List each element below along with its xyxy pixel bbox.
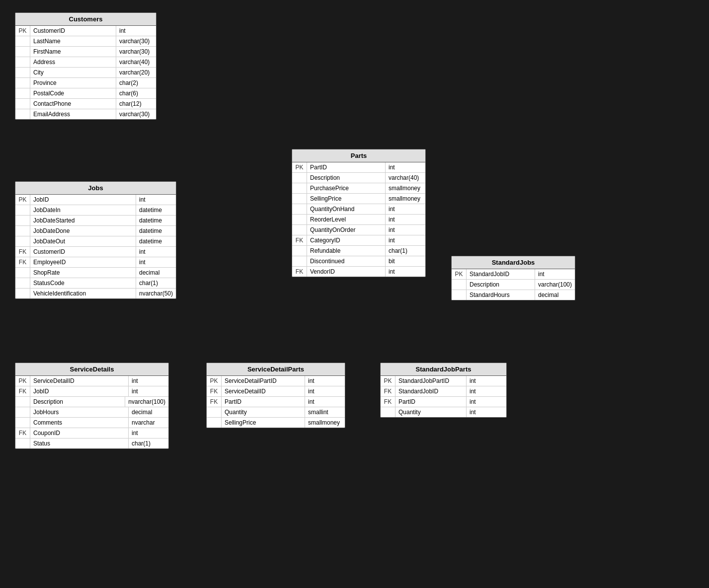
table-standardJobParts-body: PKStandardJobPartIDintFKStandardJobIDint… — [381, 376, 506, 417]
table-row: Refundablechar(1) — [292, 246, 425, 256]
table-row: FKServiceDetailIDint — [207, 386, 345, 397]
table-row: VehicleIdentificationnvarchar(50) — [15, 289, 176, 298]
cell-key: FK — [207, 397, 222, 407]
table-row: LastNamevarchar(30) — [15, 36, 156, 47]
cell-type: int — [305, 386, 345, 396]
table-row: FKStandardJobIDint — [381, 386, 506, 397]
table-row: PKCustomerIDint — [15, 26, 156, 36]
cell-type: char(6) — [116, 88, 156, 98]
cell-name: ReorderLevel — [307, 215, 386, 224]
cell-name: PartID — [395, 397, 467, 407]
cell-type: nvarchar(50) — [136, 289, 176, 298]
cell-name: JobDateStarted — [30, 216, 136, 225]
table-row: FKPartIDint — [207, 397, 345, 407]
cell-key: FK — [15, 428, 30, 438]
cell-type: char(1) — [136, 278, 176, 288]
table-serviceDetails-header: ServiceDetails — [15, 363, 168, 376]
cell-key: PK — [381, 376, 395, 386]
cell-name: ServiceDetailID — [30, 376, 129, 386]
table-row: Cityvarchar(20) — [15, 68, 156, 78]
table-jobs: JobsPKJobIDintJobDateIndatetimeJobDateSt… — [15, 181, 176, 299]
cell-name: Refundable — [307, 246, 386, 256]
cell-name: Quantity — [222, 407, 305, 417]
table-parts: PartsPKPartIDintDescriptionvarchar(40)Pu… — [292, 149, 426, 277]
table-row: Quantityint — [381, 407, 506, 417]
cell-name: StandardJobPartID — [395, 376, 467, 386]
cell-name: JobDateDone — [30, 226, 136, 236]
table-standardJobs-header: StandardJobs — [452, 256, 575, 269]
cell-type: varchar(30) — [116, 47, 156, 57]
table-row: EmailAddressvarchar(30) — [15, 109, 156, 119]
cell-name: JobID — [30, 195, 136, 205]
table-row: JobDateIndatetime — [15, 205, 176, 216]
table-row: StandardHoursdecimal — [452, 290, 575, 300]
table-parts-header: Parts — [292, 149, 425, 162]
cell-name: JobHours — [30, 407, 129, 417]
cell-key: FK — [381, 386, 395, 396]
cell-key — [15, 289, 30, 298]
table-row: QuantityOnOrderint — [292, 225, 425, 235]
cell-name: EmployeeID — [30, 257, 136, 267]
cell-name: StandardJobID — [467, 269, 535, 279]
table-row: PKServiceDetailIDint — [15, 376, 168, 386]
table-row: SellingPricesmallmoney — [292, 194, 425, 204]
cell-type: datetime — [136, 216, 176, 225]
table-row: PKStandardJobIDint — [452, 269, 575, 280]
cell-key: FK — [381, 397, 395, 407]
cell-key — [452, 280, 467, 290]
table-row: FKCouponIDint — [15, 428, 168, 439]
cell-type: char(1) — [386, 246, 425, 256]
cell-name: SellingPrice — [307, 194, 386, 204]
cell-name: PurchasePrice — [307, 183, 386, 193]
table-customers: CustomersPKCustomerIDintLastNamevarchar(… — [15, 12, 157, 120]
table-row: FKPartIDint — [381, 397, 506, 407]
table-row: Descriptionvarchar(100) — [452, 280, 575, 290]
cell-name: PostalCode — [30, 88, 116, 98]
cell-name: JobID — [30, 386, 129, 396]
table-standardJobs: StandardJobsPKStandardJobIDintDescriptio… — [451, 256, 575, 300]
cell-name: CouponID — [30, 428, 129, 438]
cell-type: varchar(40) — [386, 173, 425, 183]
cell-name: Quantity — [395, 407, 467, 417]
table-jobs-header: Jobs — [15, 182, 176, 195]
table-jobs-body: PKJobIDintJobDateIndatetimeJobDateStarte… — [15, 195, 176, 298]
cell-type: int — [467, 376, 506, 386]
table-row: PKJobIDint — [15, 195, 176, 205]
cell-key — [15, 236, 30, 246]
cell-key — [15, 36, 30, 46]
table-row: FirstNamevarchar(30) — [15, 47, 156, 57]
cell-name: CategoryID — [307, 235, 386, 245]
cell-key — [15, 78, 30, 88]
cell-name: PartID — [307, 162, 386, 172]
cell-type: char(1) — [129, 439, 168, 448]
cell-key — [292, 173, 307, 183]
cell-name: QuantityOnOrder — [307, 225, 386, 235]
cell-type: int — [305, 376, 345, 386]
cell-name: Status — [30, 439, 129, 448]
cell-key — [15, 226, 30, 236]
cell-key — [15, 439, 30, 448]
cell-key — [15, 57, 30, 67]
cell-key: PK — [15, 376, 30, 386]
table-row: JobDateStarteddatetime — [15, 216, 176, 226]
cell-key: FK — [15, 386, 30, 396]
table-row: FKEmployeeIDint — [15, 257, 176, 268]
cell-key — [207, 418, 222, 428]
table-row: ContactPhonechar(12) — [15, 99, 156, 109]
cell-key — [292, 225, 307, 235]
cell-type: datetime — [136, 226, 176, 236]
cell-name: Description — [467, 280, 535, 290]
cell-type: int — [386, 267, 425, 277]
table-row: FKCategoryIDint — [292, 235, 425, 246]
table-row: Statuschar(1) — [15, 439, 168, 448]
table-row: SellingPricesmallmoney — [207, 418, 345, 428]
table-standardJobs-body: PKStandardJobIDintDescriptionvarchar(100… — [452, 269, 575, 300]
cell-type: varchar(30) — [116, 109, 156, 119]
cell-name: ShopRate — [30, 268, 136, 278]
cell-type: decimal — [136, 268, 176, 278]
table-serviceDetails: ServiceDetailsPKServiceDetailIDintFKJobI… — [15, 363, 169, 449]
cell-type: datetime — [136, 236, 176, 246]
table-row: FKVendorIDint — [292, 267, 425, 277]
table-serviceDetailParts-header: ServiceDetailParts — [207, 363, 345, 376]
table-row: ReorderLevelint — [292, 215, 425, 225]
